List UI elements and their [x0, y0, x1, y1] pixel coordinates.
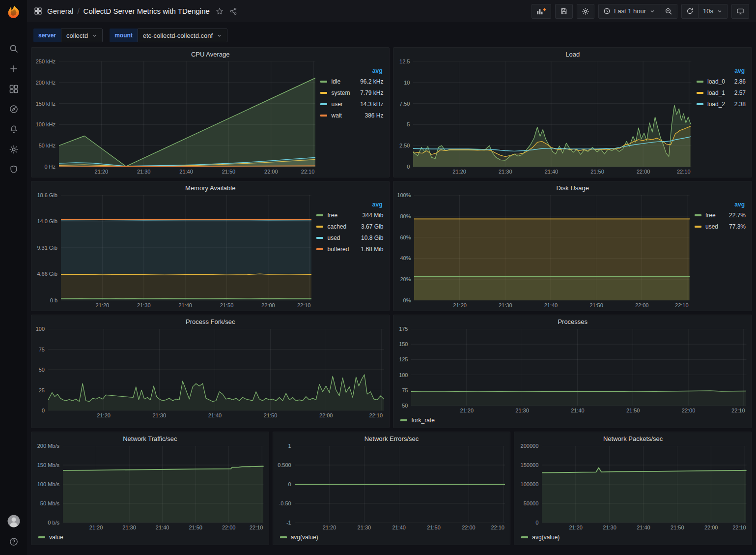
legend: avgidle96.2 kHzsystem7.79 kHzuser14.3 kH…: [315, 61, 384, 176]
panel-title[interactable]: Network Traffic/sec: [31, 432, 269, 445]
x-tick-label: 22:00: [682, 408, 696, 413]
chart-plot[interactable]: [411, 329, 747, 406]
time-range-label: Last 1 hour: [614, 7, 646, 15]
share-icon[interactable]: [229, 7, 237, 15]
time-range-picker[interactable]: Last 1 hour: [598, 4, 660, 19]
chart-plot[interactable]: [59, 61, 315, 167]
explore-compass-icon[interactable]: [8, 104, 19, 115]
legend-swatch: [38, 536, 45, 538]
legend-item[interactable]: load_22.38: [697, 98, 746, 110]
legend-item[interactable]: idle96.2 kHz: [320, 76, 383, 87]
legend-item[interactable]: cached3.67 Gib: [316, 221, 383, 232]
legend-item[interactable]: free22.7%: [695, 209, 746, 221]
legend-series-name: load_0: [707, 78, 725, 85]
legend-item[interactable]: used10.8 Gib: [316, 232, 383, 243]
panel-title[interactable]: Load: [393, 48, 752, 60]
legend-series-name: buffered: [327, 246, 349, 253]
template-var-label-server[interactable]: server: [33, 29, 61, 42]
zoom-out-button[interactable]: [660, 4, 677, 19]
dashboards-icon[interactable]: [8, 84, 19, 94]
x-tick-label: 22:00: [222, 525, 236, 530]
legend-item[interactable]: used77.3%: [695, 221, 746, 232]
legend-series-name: free: [327, 212, 337, 219]
help-icon[interactable]: [8, 536, 19, 547]
legend-item[interactable]: system7.79 kHz: [320, 87, 383, 98]
panel-title[interactable]: Network Packets/sec: [514, 432, 752, 445]
tv-mode-button[interactable]: [731, 4, 749, 19]
dashboard-settings-button[interactable]: [577, 4, 594, 19]
panel-network-packets: Network Packets/sec050000100000150000200…: [514, 432, 752, 545]
template-var-value-mount[interactable]: etc-collectd-collectd.conf: [138, 29, 227, 42]
panel-title[interactable]: Processes: [393, 315, 752, 328]
refresh-interval-dropdown[interactable]: 10s: [699, 4, 728, 19]
time-picker-group: Last 1 hour: [598, 4, 677, 19]
legend-item[interactable]: fork_rate: [400, 416, 434, 425]
y-tick-label: 40%: [400, 255, 411, 261]
legend-item[interactable]: value: [38, 533, 63, 542]
configuration-gear-icon[interactable]: [8, 144, 19, 155]
y-tick-label: 150 Mb/s: [37, 462, 59, 468]
y-tick-label: 0: [535, 520, 538, 526]
y-tick-label: 0 b: [50, 297, 57, 303]
refresh-button[interactable]: [681, 4, 699, 19]
alerting-bell-icon[interactable]: [8, 124, 19, 135]
x-axis: 21:2021:3021:4021:5022:0022:10: [61, 300, 311, 310]
panel-memory-available: Memory Available0 b4.66 Gib9.31 Gib14.0 …: [31, 181, 390, 311]
search-icon[interactable]: [8, 43, 19, 54]
page-title[interactable]: CollectD Server Metrics with TDengine: [84, 7, 210, 15]
legend-item[interactable]: buffered1.68 Mib: [316, 243, 383, 255]
user-avatar[interactable]: [6, 514, 21, 528]
server-admin-shield-icon[interactable]: [8, 164, 19, 175]
legend-item[interactable]: avg(value): [280, 533, 318, 542]
x-tick-label: 22:00: [462, 525, 476, 530]
y-tick-label: 1: [288, 443, 291, 449]
legend-item[interactable]: user14.3 kHz: [320, 98, 383, 110]
chart-plot[interactable]: [414, 195, 690, 300]
template-var-label-mount[interactable]: mount: [110, 29, 138, 42]
y-tick-label: 50 kHz: [39, 143, 56, 148]
x-tick-label: 21:40: [545, 169, 559, 175]
y-tick-label: 150 kHz: [36, 101, 56, 107]
panel-title[interactable]: Memory Available: [31, 181, 389, 194]
breadcrumb-folder[interactable]: General: [47, 7, 73, 15]
legend-swatch: [320, 115, 327, 117]
legend-swatch: [316, 248, 323, 250]
x-tick-label: 21:30: [122, 525, 136, 530]
panel-title[interactable]: Disk Usage: [393, 181, 752, 194]
chart-plot[interactable]: [542, 446, 747, 523]
x-tick-label: 21:50: [189, 525, 202, 530]
x-axis: 21:2021:3021:4021:5022:0022:10: [413, 167, 692, 176]
save-dashboard-button[interactable]: [555, 4, 573, 19]
chart-svg: [413, 61, 692, 167]
legend-item[interactable]: free344 Mib: [316, 209, 383, 221]
chart-plot[interactable]: [295, 446, 505, 523]
star-icon[interactable]: [216, 7, 224, 15]
y-tick-label: 50: [39, 367, 45, 373]
chart-plot[interactable]: [413, 61, 692, 167]
chart-plot[interactable]: [63, 446, 264, 523]
panel-title[interactable]: Process Fork/sec: [31, 315, 389, 328]
grafana-logo[interactable]: [4, 3, 23, 22]
x-tick-label: 21:40: [544, 302, 558, 308]
legend-item[interactable]: avg(value): [521, 533, 560, 542]
x-tick-label: 21:50: [427, 525, 441, 530]
panel-cpu-average: CPU Average0 Hz50 kHz100 kHz150 kHz200 k…: [31, 47, 390, 177]
panel-title[interactable]: Network Errors/sec: [273, 432, 510, 445]
add-panel-button[interactable]: [532, 4, 551, 19]
legend-avg-header: avg: [697, 67, 746, 74]
legend-item[interactable]: load_02.86: [697, 76, 746, 87]
template-var-value-server[interactable]: collectd: [61, 29, 103, 42]
chart-plot[interactable]: [61, 195, 311, 300]
create-plus-icon[interactable]: [8, 63, 19, 74]
legend-item[interactable]: load_12.57: [697, 87, 746, 98]
panel-title[interactable]: CPU Average: [31, 48, 389, 60]
legend-series-value: 2.86: [728, 78, 746, 85]
legend-series-name: value: [49, 534, 63, 541]
dashboard-grid: CPU Average0 Hz50 kHz100 kHz150 kHz200 k…: [31, 47, 752, 545]
y-tick-label: 4.66 Gib: [37, 271, 57, 277]
legend-item[interactable]: wait386 Hz: [320, 110, 383, 121]
x-tick-label: 21:30: [499, 302, 512, 308]
legend-series-value: 2.57: [728, 89, 746, 96]
y-axis: 02.5057.501012.5: [396, 61, 413, 167]
chart-plot[interactable]: [48, 329, 384, 410]
